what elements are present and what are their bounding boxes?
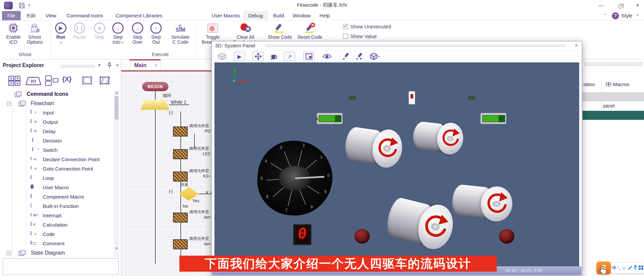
pan-icon[interactable] — [253, 52, 264, 61]
orbit-icon[interactable] — [269, 52, 280, 61]
simulation-viewport[interactable]: 0 1 2 3 4 5 6 7 8 9 0 — [214, 62, 579, 266]
macros-tab[interactable]: Macros — [606, 81, 629, 87]
eye-icon[interactable] — [321, 52, 333, 61]
tree-item-switch[interactable]: Switch — [0, 146, 112, 155]
collapse-expander-icon[interactable]: − — [7, 101, 11, 106]
reset-code-button[interactable]: Reset Code — [296, 21, 324, 40]
wheel-knob[interactable] — [354, 229, 370, 244]
simulate-c-code-button[interactable]: CSIM SimulateC Code — [167, 21, 194, 45]
expand-icon[interactable]: ↗ — [284, 52, 295, 61]
begin-block[interactable]: BEGIN — [142, 82, 168, 91]
tree-item-delay[interactable]: DDelay — [0, 127, 112, 136]
io-icon[interactable]: I/O — [25, 77, 41, 87]
show-value-checkbox[interactable]: Show Value — [343, 33, 377, 39]
show-unexecuted-checkbox[interactable]: Show Unexecuted — [343, 23, 391, 29]
style-menu[interactable]: Style — [621, 11, 632, 20]
menu-help[interactable]: Help — [316, 11, 333, 20]
panels-icon[interactable] — [45, 75, 59, 87]
component-macro-block[interactable] — [173, 213, 188, 223]
tree-item-declare-connection-point[interactable]: A:Declare Connection Point — [0, 156, 112, 164]
seven-segment-display[interactable]: 0 — [293, 224, 312, 245]
menu-file[interactable]: File — [2, 11, 21, 20]
panel3d-close-icon[interactable]: × — [575, 42, 578, 48]
tree-item-comment[interactable]: Comment — [0, 240, 112, 248]
close-button[interactable]: × — [633, 1, 643, 9]
collapse-ribbon-icon[interactable]: ⌃ — [603, 13, 607, 18]
menu-build[interactable]: Build — [270, 11, 287, 20]
panel-close-icon[interactable]: × — [116, 62, 119, 68]
ime-mic-icon[interactable] — [633, 265, 637, 271]
tree-group-state-diagram[interactable]: − State Diagram — [0, 249, 112, 258]
view-3d-icon[interactable] — [216, 52, 228, 61]
zoom-region-icon[interactable] — [303, 52, 315, 61]
user-macro-toolbar-icon[interactable] — [80, 75, 94, 87]
selected-row[interactable] — [583, 111, 644, 120]
ime-punct-icon[interactable]: ’, — [618, 266, 620, 271]
panel3d-drag-grip[interactable] — [265, 44, 566, 47]
component-macro-block[interactable] — [173, 239, 188, 249]
motor-3d[interactable] — [383, 193, 458, 253]
ime-keyboard-icon[interactable] — [639, 266, 643, 271]
wheel-knob[interactable] — [499, 229, 514, 244]
menu-edit[interactable]: Edit — [23, 11, 39, 20]
tab-main[interactable]: Main × — [129, 59, 161, 70]
menu-view[interactable]: View — [42, 11, 59, 20]
tree-root-command-icons[interactable]: Command Icons — [0, 90, 112, 99]
collapse-marker[interactable]: [-] — [169, 110, 173, 115]
green-pad[interactable] — [349, 96, 356, 100]
components-cube-icon[interactable]: ▾ — [367, 52, 382, 61]
component-macro-toolbar-icon[interactable] — [98, 75, 112, 87]
scroll-thumb[interactable] — [115, 96, 119, 119]
tree-item-user-macro[interactable]: User Macro — [0, 184, 112, 192]
ime-emoji-icon[interactable]: ☺ — [621, 266, 626, 271]
system-panel-3d-window[interactable]: 3D: System Panel × ▶ ↗ — [211, 41, 582, 275]
menu-debug[interactable]: Debug — [244, 11, 267, 20]
scroll-up-icon[interactable]: ▲ — [114, 90, 119, 95]
panel-menu-caret-icon[interactable]: ▼ — [98, 63, 101, 67]
menu-user-macros[interactable]: User Macros — [208, 11, 243, 20]
component-macro-block[interactable] — [173, 172, 188, 182]
ime-pen-icon[interactable] — [627, 265, 632, 271]
pin-icon[interactable] — [107, 62, 112, 68]
project-explorer-header[interactable]: Project Explorer ▼ × — [0, 61, 121, 70]
probe-pen-icon[interactable] — [340, 52, 351, 61]
tree-item-calculation[interactable]: Calculation — [0, 221, 112, 230]
tree-group-flowchart[interactable]: − Flowchart — [0, 99, 112, 108]
tree-item-decision[interactable]: Decision — [0, 137, 112, 146]
simulate-play-icon[interactable]: ▶ — [234, 52, 245, 61]
collapse-marker[interactable]: [-] — [169, 189, 173, 194]
help-icon[interactable]: ? — [612, 12, 619, 19]
component-macro-block[interactable] — [173, 126, 188, 136]
motor-3d[interactable] — [343, 124, 405, 170]
tree-item-builtin-function[interactable]: Built-in Function — [0, 202, 112, 211]
sensor-module[interactable] — [409, 91, 415, 104]
green-pad[interactable] — [468, 96, 475, 100]
tab-close-icon[interactable]: × — [154, 63, 157, 68]
io-ports-grid-icon[interactable] — [8, 75, 21, 87]
tree-item-input[interactable]: IInput — [0, 109, 112, 117]
drag-grip[interactable] — [61, 65, 95, 68]
tree-item-output[interactable]: OOutput — [0, 118, 112, 127]
restore-button[interactable] — [615, 1, 625, 9]
scroll-down-icon[interactable]: ▼ — [114, 246, 119, 251]
collapse-expander-icon[interactable]: − — [7, 251, 11, 255]
tree-scrollbar[interactable]: ▲ ▼ — [114, 90, 119, 257]
motor-3d[interactable] — [451, 182, 514, 223]
step-out-button[interactable]: ↑ StepOut — [144, 21, 168, 45]
motor-3d[interactable] — [412, 119, 465, 156]
tree-item-component-macro[interactable]: Component Macro — [0, 193, 112, 202]
enable-icd-button[interactable]: EnableICD — [1, 21, 25, 45]
ime-lang-icon[interactable]: 中 — [612, 265, 616, 271]
menu-component-libraries[interactable]: Component Libraries — [112, 11, 166, 20]
probe-pen-alt-icon[interactable] — [353, 52, 365, 61]
led-bargraph-left[interactable] — [317, 113, 343, 124]
tree-item-goto-connection-point[interactable]: AGoto Connection Point — [0, 165, 112, 174]
minimize-button[interactable]: — — [596, 1, 606, 9]
tree-item-loop[interactable]: Loop — [0, 174, 112, 183]
menu-window[interactable]: Window — [290, 11, 313, 20]
tree-item-interrupt[interactable]: INTInterrupt — [0, 212, 112, 220]
right-panel-grip[interactable] — [584, 62, 643, 66]
led-bargraph-right[interactable] — [480, 113, 506, 124]
ghost-options-button[interactable]: GhostOptions — [23, 21, 47, 45]
variables-icon[interactable]: {X} — [62, 75, 71, 83]
